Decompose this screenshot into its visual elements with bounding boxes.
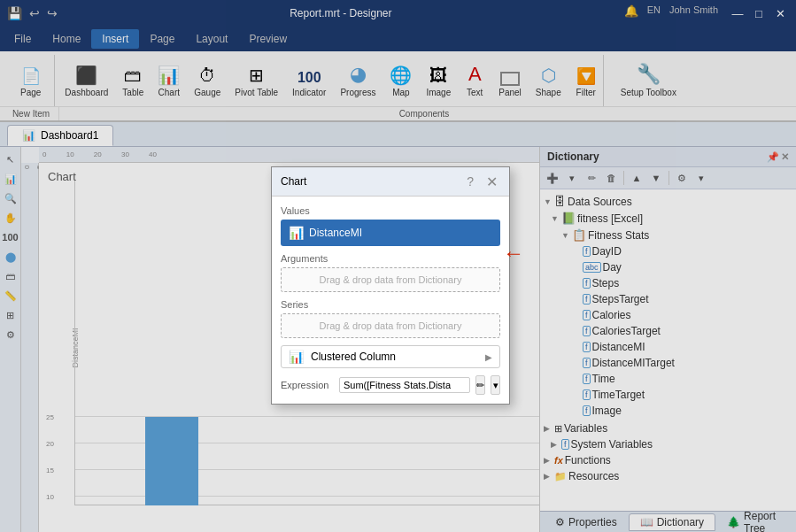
values-item-icon: 📊 — [289, 226, 304, 240]
expression-input[interactable] — [339, 377, 470, 393]
expression-edit-btn[interactable]: ✏ — [475, 375, 485, 395]
arrow-indicator: ← — [503, 241, 524, 266]
expression-row: Expression ✏ ▾ — [281, 375, 500, 395]
modal-header: Chart ? ✕ — [272, 167, 509, 197]
modal-body: Values 📊 DistanceMI Arguments Drag & dro… — [272, 197, 509, 404]
chart-type-arrow: ▶ — [485, 352, 492, 362]
help-button[interactable]: ? — [467, 174, 474, 189]
values-drop-zone[interactable]: 📊 DistanceMI — [281, 220, 500, 246]
expression-dropdown-btn[interactable]: ▾ — [491, 375, 500, 395]
arguments-placeholder: Drag & drop data from Dictionary — [289, 274, 492, 285]
values-item-label: DistanceMI — [309, 227, 362, 239]
chart-modal: Chart ? ✕ Values 📊 DistanceMI Arguments … — [271, 166, 510, 405]
modal-close-button[interactable]: ✕ — [483, 173, 500, 190]
modal-overlay: ← Chart ? ✕ Values 📊 DistanceMI Argument… — [0, 0, 796, 532]
modal-header-actions: ? ✕ — [467, 173, 500, 190]
series-placeholder: Drag & drop data from Dictionary — [289, 320, 492, 331]
arguments-label: Arguments — [281, 253, 500, 264]
chart-type-row[interactable]: 📊 Clustered Column ▶ — [281, 345, 500, 368]
chart-type-icon: 📊 — [289, 350, 304, 364]
series-drop-zone[interactable]: Drag & drop data from Dictionary — [281, 313, 500, 338]
values-item: 📊 DistanceMI — [289, 226, 362, 240]
series-label: Series — [281, 299, 500, 310]
chart-type-label: Clustered Column — [311, 351, 396, 363]
expression-label: Expression — [281, 380, 334, 390]
values-label: Values — [281, 205, 500, 216]
modal-title: Chart — [281, 175, 306, 188]
arguments-drop-zone[interactable]: Drag & drop data from Dictionary — [281, 267, 500, 292]
